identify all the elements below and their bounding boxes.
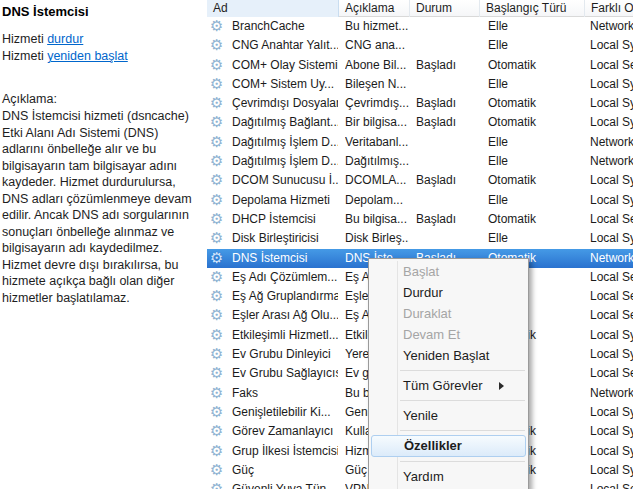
menu-item-yenile[interactable]: Yenile <box>369 405 528 426</box>
menu-item-yardim[interactable]: Yardım <box>369 466 528 487</box>
service-gear-icon: ⚙ <box>210 287 223 306</box>
menu-item-devam-et: Devam Et <box>369 324 528 345</box>
cell-name: Güvenli Yuva Tün... <box>232 482 338 489</box>
service-row[interactable]: ⚙BranchCacheBu hizmet...ElleNetwork Serv… <box>207 17 633 36</box>
cell-desc: Bileşen N... <box>345 77 409 91</box>
cell-logon: Local System <box>590 424 633 438</box>
cell-logon: Network Service <box>590 154 633 168</box>
cell-logon: Local System <box>590 173 633 187</box>
menu-separator <box>400 461 525 462</box>
service-row[interactable]: ⚙COM+ Sistem Uy...Bileşen N...ElleLocal … <box>207 75 633 94</box>
cell-name: Eş Ağ Gruplandırma <box>232 289 338 303</box>
service-row[interactable]: ⚙Çevrimdışı DosyalarÇevrimdış...BaşladıO… <box>207 94 633 113</box>
cell-name: Etkileşimli Hizmetl... <box>232 328 338 342</box>
cell-logon: Network Service <box>590 386 633 400</box>
cell-name: Dağıtılmış Bağlant... <box>232 115 338 129</box>
cell-logon: Local Service <box>590 270 633 284</box>
cell-logon: Network Service <box>590 135 633 149</box>
cell-desc: Bu hizmet... <box>345 19 409 33</box>
column-header-startup[interactable]: Başlangıç Türü <box>480 0 585 17</box>
service-row[interactable]: ⚙Dağıtılmış İşlem D...Dağıtılmış...ElleN… <box>207 152 633 171</box>
service-row[interactable]: ⚙DHCP İstemcisiBu bilgisa...BaşladıOtoma… <box>207 210 633 229</box>
cell-logon: Local System <box>590 328 633 342</box>
menu-separator <box>400 400 525 401</box>
cell-name: Faks <box>232 386 338 400</box>
service-gear-icon: ⚙ <box>210 442 223 461</box>
service-gear-icon: ⚙ <box>210 249 223 268</box>
service-row[interactable]: ⚙Disk BirleştiricisiDisk Birleş...ElleLo… <box>207 229 633 248</box>
context-menu: BaşlatDurdurDuraklatDevam EtYeniden Başl… <box>368 258 529 489</box>
cell-status: Başladı <box>416 212 479 226</box>
cell-logon: Local System <box>590 347 633 361</box>
cell-name: DCOM Sunucusu İ... <box>232 173 338 187</box>
cell-status: Başladı <box>416 58 479 72</box>
cell-logon: Local System <box>590 115 633 129</box>
cell-name: Genişletilebilir Ki... <box>232 405 338 419</box>
cell-name: Dağıtılmış İşlem D... <box>232 154 338 168</box>
cell-logon: Local System <box>590 231 633 245</box>
cell-desc: Veritabanl... <box>345 135 409 149</box>
cell-desc: Bu bilgisa... <box>345 212 409 226</box>
cell-logon: Local System <box>590 96 633 110</box>
service-row[interactable]: ⚙Dağıtılmış Bağlant...Bir bilgisa...Başl… <box>207 113 633 132</box>
service-gear-icon: ⚙ <box>210 229 223 248</box>
cell-logon: Network Service <box>590 19 633 33</box>
cell-name: Grup İlkesi İstemcisi <box>232 444 338 458</box>
service-gear-icon: ⚙ <box>210 326 223 345</box>
cell-logon: Local Service <box>590 308 633 322</box>
service-row[interactable]: ⚙DCOM Sunucusu İ...DCOMLA...BaşladıOtoma… <box>207 171 633 190</box>
extended-view-pane: DNS İstemcisi Hizmeti durdur Hizmeti yen… <box>2 0 204 489</box>
service-gear-icon: ⚙ <box>210 306 223 325</box>
service-gear-icon: ⚙ <box>210 384 223 403</box>
cell-desc: Bir bilgisa... <box>345 115 409 129</box>
cell-name: DHCP İstemcisi <box>232 212 338 226</box>
cell-name: Eşler Arası Ağ Olu... <box>232 308 338 322</box>
column-header-status[interactable]: Durum <box>410 0 480 17</box>
cell-name: Dağıtılmış İşlem D... <box>232 135 338 149</box>
cell-desc: Depolam... <box>345 193 409 207</box>
restart-service-prefix: Hizmeti <box>2 49 47 63</box>
column-header-desc[interactable]: Açıklama <box>339 0 410 17</box>
menu-item-ozellikler[interactable]: Özellikler <box>371 435 526 457</box>
service-action-links: Hizmeti durdur Hizmeti yeniden başlat <box>2 31 128 65</box>
menu-item-baslat: Başlat <box>369 261 528 282</box>
cell-logon: Local System <box>590 444 633 458</box>
selected-service-title: DNS İstemcisi <box>2 0 204 19</box>
service-gear-icon: ⚙ <box>210 268 223 287</box>
column-header-logon[interactable]: Farklı Oturum Aç <box>585 0 633 17</box>
service-gear-icon: ⚙ <box>210 36 223 55</box>
cell-desc: Abone Bil... <box>345 58 409 72</box>
menu-item-durdur[interactable]: Durdur <box>369 282 528 303</box>
service-description: DNS İstemcisi hizmeti (dsncache) Etki Al… <box>2 108 202 306</box>
service-gear-icon: ⚙ <box>210 171 223 190</box>
cell-status: Başladı <box>416 96 479 110</box>
service-row[interactable]: ⚙Depolama HizmetiDepolam...ElleLocal Sys… <box>207 191 633 210</box>
cell-logon: Local System <box>590 77 633 91</box>
column-header-name[interactable]: Ad <box>207 0 339 17</box>
service-row[interactable]: ⚙COM+ Olay SistemiAbone Bil...BaşladıOto… <box>207 56 633 75</box>
cell-name: COM+ Olay Sistemi <box>232 58 338 72</box>
cell-name: BranchCache <box>232 19 338 33</box>
cell-logon: Local System <box>590 38 633 52</box>
service-row[interactable]: ⚙Dağıtılmış İşlem D...Veritabanl...ElleN… <box>207 133 633 152</box>
menu-item-duraklat: Duraklat <box>369 303 528 324</box>
cell-logon: Local System <box>590 193 633 207</box>
cell-desc: Dağıtılmış... <box>345 154 409 168</box>
cell-status: Başladı <box>416 173 479 187</box>
cell-logon: Network Service <box>590 251 633 265</box>
service-row[interactable]: ⚙CNG Anahtar Yalıt...CNG ana...ElleLocal… <box>207 36 633 55</box>
cell-desc: DCOMLA... <box>345 173 409 187</box>
menu-item-yeniden-baslat[interactable]: Yeniden Başlat <box>369 345 528 366</box>
service-gear-icon: ⚙ <box>210 133 223 152</box>
service-gear-icon: ⚙ <box>210 461 223 480</box>
service-gear-icon: ⚙ <box>210 113 223 132</box>
menu-item-tum-gorevler[interactable]: Tüm Görevler <box>369 375 528 396</box>
cell-name: Ev Grubu Dinleyici <box>232 347 338 361</box>
service-gear-icon: ⚙ <box>210 56 223 75</box>
restart-service-link[interactable]: yeniden başlat <box>47 49 128 63</box>
list-header: Ad Açıklama Durum Başlangıç Türü Farklı … <box>207 0 633 17</box>
service-gear-icon: ⚙ <box>210 94 223 113</box>
stop-service-link[interactable]: durdur <box>47 32 83 46</box>
service-gear-icon: ⚙ <box>210 210 223 229</box>
cell-logon: Local Service <box>590 366 633 380</box>
